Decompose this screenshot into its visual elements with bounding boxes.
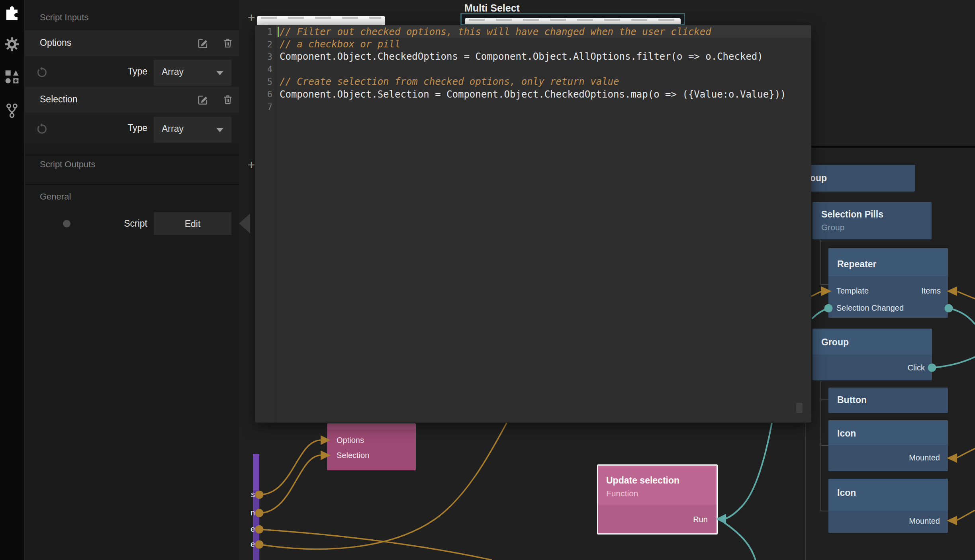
input-name: Selection — [40, 94, 78, 105]
editor-scrollbar-thumb[interactable] — [796, 403, 803, 413]
node-selection-pills[interactable]: Selection Pills Group — [812, 202, 932, 239]
version-control-branch-icon[interactable] — [4, 102, 20, 119]
code-lines[interactable]: 1// Filter out checked options, this wil… — [255, 25, 811, 113]
port-mounted[interactable]: Mounted — [909, 517, 940, 526]
preview-input-bar — [257, 16, 385, 25]
node-button[interactable]: Button — [828, 388, 948, 413]
node-checked-options[interactable]: Options Selection — [327, 423, 416, 470]
port-click[interactable]: Click — [908, 363, 925, 372]
text-caret — [278, 27, 279, 37]
node-repeater[interactable]: Repeater Template Items Selection Change… — [828, 248, 948, 318]
line-number: 2 — [255, 39, 272, 49]
wire-template-stub — [811, 292, 821, 296]
editor-popup-arrow — [239, 213, 250, 233]
code-text: Component.Object.Selection = Component.O… — [280, 89, 786, 100]
type-label: Type — [108, 123, 147, 133]
tree-line — [820, 284, 828, 285]
wire-mounted-a — [957, 448, 975, 458]
code-line[interactable]: 1// Filter out checked options, this wil… — [255, 25, 811, 38]
port-selection[interactable]: Selection — [337, 451, 369, 460]
tree-line — [805, 423, 806, 560]
wire-mounted-b — [957, 510, 975, 520]
node-title: Update selection — [606, 475, 679, 486]
line-number: 3 — [255, 52, 272, 62]
wire-out-bottom — [259, 529, 492, 560]
wire-run-in — [726, 423, 772, 519]
port-options[interactable]: Options — [337, 436, 364, 445]
tree-line — [820, 399, 828, 400]
wire-click — [932, 357, 975, 368]
dropdown-value: Array — [162, 123, 184, 134]
delete-icon[interactable] — [222, 94, 234, 108]
code-line[interactable]: 6Component.Object.Selection = Component.… — [255, 88, 811, 100]
script-code-editor[interactable]: 1// Filter out checked options, this wil… — [255, 25, 811, 423]
component-library-icon[interactable] — [4, 69, 20, 85]
code-line[interactable]: 2// a checkbox or pill — [255, 38, 811, 50]
port-run[interactable]: Run — [693, 515, 708, 524]
node-icon-a[interactable]: Icon Mounted — [828, 420, 948, 471]
wire-items — [957, 292, 975, 299]
settings-gear-icon[interactable] — [4, 36, 20, 53]
node-title-band — [327, 423, 416, 429]
arrowhead-items — [947, 286, 957, 296]
line-number: 6 — [255, 89, 272, 99]
code-text: Component.Object.CheckedOptions = Compon… — [280, 51, 763, 62]
node-icon-b[interactable]: Icon Mounted — [828, 479, 948, 533]
node-title: Button — [837, 395, 867, 405]
wire-selection-changed-right — [949, 308, 975, 324]
port-template[interactable]: Template — [836, 286, 869, 296]
port-items[interactable]: Items — [921, 286, 941, 296]
dropdown-value: Array — [162, 67, 184, 77]
code-line[interactable]: 4 — [255, 63, 811, 75]
reset-value-icon[interactable] — [36, 123, 48, 137]
node-title: Icon — [837, 488, 856, 498]
add-script-output-button[interactable]: + — [245, 158, 258, 172]
port-selection-changed[interactable]: Selection Changed — [836, 303, 904, 313]
preview-multiselect-ticks — [469, 19, 677, 21]
port-mounted[interactable]: Mounted — [909, 453, 940, 462]
section-divider — [25, 155, 239, 155]
code-line[interactable]: 3Component.Object.CheckedOptions = Compo… — [255, 51, 811, 63]
input-name: Options — [40, 37, 71, 48]
section-divider — [25, 184, 239, 185]
node-group[interactable]: Group Click — [812, 329, 932, 380]
code-text: // Create selection from checked options… — [280, 76, 619, 87]
wire-selection-changed-left — [812, 308, 828, 319]
properties-panel: Script Inputs + Options Type Array Selec… — [25, 0, 239, 560]
rename-icon[interactable] — [197, 94, 209, 108]
reset-value-icon[interactable] — [36, 67, 48, 81]
preview-multiselect-box — [460, 13, 685, 25]
node-subtitle: Function — [606, 489, 638, 498]
type-row-selection: Type Array — [25, 113, 239, 143]
wire-options — [259, 440, 321, 495]
code-line[interactable]: 5// Create selection from checked option… — [255, 76, 811, 88]
edit-script-button[interactable]: Edit — [154, 212, 231, 235]
rename-icon[interactable] — [197, 37, 209, 51]
type-dropdown-options[interactable]: Array — [154, 60, 231, 86]
code-text: // a checkbox or pill — [280, 39, 400, 50]
delete-icon[interactable] — [222, 37, 234, 51]
type-row-options: Type Array — [25, 56, 239, 87]
type-label: Type — [108, 66, 147, 77]
port-label-fragment: n — [244, 508, 255, 517]
components-puzzle-icon[interactable] — [4, 4, 20, 20]
add-script-input-button[interactable]: + — [245, 11, 258, 24]
arrowhead-mounted-b — [947, 516, 957, 525]
arrowhead-mounted-a — [947, 453, 957, 463]
preview-input-ticks — [261, 17, 381, 19]
tree-line — [820, 240, 821, 285]
node-title: Selection Pills — [821, 209, 883, 220]
preview-canvas-divider — [811, 146, 975, 148]
code-line[interactable]: 7 — [255, 100, 811, 113]
port-label-fragment: s — [244, 490, 255, 499]
node-subtitle: Group — [821, 223, 844, 232]
tree-line — [820, 445, 828, 446]
chevron-down-icon — [216, 128, 223, 132]
type-dropdown-selection[interactable]: Array — [154, 117, 231, 143]
input-row-selection: Selection — [25, 87, 239, 113]
node-title: Group — [821, 337, 849, 348]
app-window: Multi Select Group Selection Pills Group… — [0, 0, 975, 560]
input-row-options: Options — [25, 30, 239, 56]
node-update-selection[interactable]: Update selection Function Run — [597, 464, 718, 535]
port-label-fragment: e — [244, 525, 255, 534]
